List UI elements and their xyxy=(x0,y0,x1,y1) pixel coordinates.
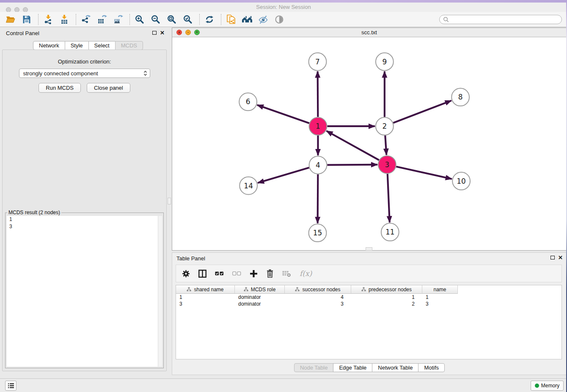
table-cell-shared-name[interactable]: 1 xyxy=(176,294,235,301)
graph-node-14[interactable]: 14 xyxy=(239,177,257,195)
tab-network-table[interactable]: Network Table xyxy=(372,363,418,372)
toggle-columns-icon[interactable] xyxy=(198,270,206,278)
zoom-selected-icon[interactable] xyxy=(182,14,193,25)
criterion-select[interactable]: strongly connected component xyxy=(19,69,150,78)
tab-network[interactable]: Network xyxy=(33,41,65,50)
tab-edge-table[interactable]: Edge Table xyxy=(333,363,372,372)
column-header-successor-nodes[interactable]: successor nodes xyxy=(285,285,351,294)
zoom-in-icon[interactable] xyxy=(134,14,145,25)
table-cell-successor-nodes[interactable]: 4 xyxy=(285,294,351,301)
table-cell-predecessor-nodes[interactable]: 2 xyxy=(351,301,422,307)
first-neighbors-icon[interactable] xyxy=(242,14,253,25)
zoom-fit-icon[interactable] xyxy=(166,14,177,25)
graph-edge-3-10[interactable] xyxy=(396,167,452,179)
graph-node-8[interactable]: 8 xyxy=(451,88,469,106)
toolbar-search[interactable] xyxy=(439,15,562,24)
control-panel-tabs: Network Style Select MCDS xyxy=(33,41,143,50)
network-file-title: scc.txt xyxy=(172,28,566,37)
graph-edge-2-3[interactable] xyxy=(385,135,386,155)
vertical-splitter-handle[interactable] xyxy=(168,198,171,204)
graph-node-10[interactable]: 10 xyxy=(452,172,470,190)
column-header-predecessor-nodes[interactable]: predecessor nodes xyxy=(351,285,422,294)
close-table-panel-icon[interactable]: ✕ xyxy=(558,256,563,260)
graph-node-11[interactable]: 11 xyxy=(381,223,399,241)
tab-motifs[interactable]: Motifs xyxy=(418,363,445,372)
graph-node-6[interactable]: 6 xyxy=(239,93,257,110)
show-all-icon[interactable] xyxy=(274,14,285,25)
table-cell-mcds-role[interactable]: dominator xyxy=(235,294,285,301)
float-panel-icon[interactable] xyxy=(152,31,157,35)
node-label-3: 3 xyxy=(385,160,389,169)
import-network-icon[interactable] xyxy=(43,14,54,25)
delete-table-icon[interactable] xyxy=(282,270,291,277)
status-bar: Memory xyxy=(0,378,567,392)
deselect-columns-icon[interactable] xyxy=(232,271,241,276)
result-scrollbar[interactable] xyxy=(158,216,162,367)
graph-edge-3-11[interactable] xyxy=(388,174,390,223)
select-all-columns-icon[interactable] xyxy=(215,271,224,276)
zoom-out-icon[interactable] xyxy=(150,14,161,25)
refresh-view-icon[interactable] xyxy=(204,14,215,25)
search-input[interactable] xyxy=(451,17,558,22)
hide-selected-icon[interactable] xyxy=(258,14,269,25)
horizontal-splitter-handle[interactable] xyxy=(366,247,372,251)
graph-node-15[interactable]: 15 xyxy=(309,224,327,242)
add-column-icon[interactable] xyxy=(250,270,258,278)
control-panel: Control Panel ✕ Network Style Select MCD… xyxy=(0,27,169,378)
apply-function-icon[interactable]: f(x) xyxy=(300,269,312,278)
duplicate-network-icon[interactable] xyxy=(226,14,237,25)
float-table-panel-icon[interactable] xyxy=(550,256,555,259)
delete-columns-icon[interactable] xyxy=(266,269,274,278)
table-panel: Table Panel ✕ xyxy=(172,252,567,375)
column-header-shared-name[interactable]: shared name xyxy=(176,285,235,294)
graph-node-1[interactable]: 1 xyxy=(309,117,327,135)
table-row[interactable]: 3dominator323 xyxy=(176,301,561,307)
table-cell-name[interactable]: 1 xyxy=(422,294,458,301)
network-canvas[interactable]: 1234678910111415 xyxy=(172,38,566,250)
tab-mcds[interactable]: MCDS xyxy=(115,41,143,50)
toolbar-separator xyxy=(76,14,76,25)
tab-node-table[interactable]: Node Table xyxy=(294,363,334,372)
graph-edge-1-6[interactable] xyxy=(257,105,309,123)
graph-edge-3-1[interactable] xyxy=(327,131,379,160)
memory-button[interactable]: Memory xyxy=(531,381,564,391)
open-session-icon[interactable] xyxy=(5,14,16,25)
session-title: Session: New Session xyxy=(0,3,567,12)
export-network-icon[interactable] xyxy=(80,14,91,25)
node-label-8: 8 xyxy=(458,93,463,101)
graph-node-7[interactable]: 7 xyxy=(309,53,327,71)
run-mcds-button[interactable]: Run MCDS xyxy=(39,83,81,93)
table-row[interactable]: 1dominator411 xyxy=(176,294,561,301)
graph-edge-1-7[interactable] xyxy=(318,72,318,117)
import-table-icon[interactable] xyxy=(59,14,70,25)
tab-style[interactable]: Style xyxy=(65,41,89,50)
export-table-icon[interactable] xyxy=(96,14,107,25)
graph-node-2[interactable]: 2 xyxy=(376,117,394,135)
table-cell-mcds-role[interactable]: dominator xyxy=(235,301,285,307)
table-settings-icon[interactable] xyxy=(182,270,190,278)
graph-edge-2-8[interactable] xyxy=(393,101,451,123)
network-window-titlebar[interactable]: x - + scc.txt xyxy=(172,28,566,37)
mcds-result-title: MCDS result (2 nodes) xyxy=(7,210,61,215)
graph-node-9[interactable]: 9 xyxy=(376,53,394,71)
graph-edge-4-15[interactable] xyxy=(318,174,318,224)
graph-edge-4-14[interactable] xyxy=(258,168,309,183)
save-session-icon[interactable] xyxy=(21,14,32,25)
close-panel-button[interactable]: Close panel xyxy=(87,83,130,93)
graph-node-3[interactable]: 3 xyxy=(378,156,396,174)
optimization-criterion-label: Optimization criterion: xyxy=(3,58,166,65)
close-panel-icon[interactable]: ✕ xyxy=(160,31,165,35)
export-image-icon[interactable] xyxy=(113,14,124,25)
mcds-result-text[interactable]: 1 3 xyxy=(7,216,162,367)
table-cell-shared-name[interactable]: 3 xyxy=(176,301,235,307)
table-cell-predecessor-nodes[interactable]: 1 xyxy=(351,294,422,301)
column-header-mcds-role[interactable]: MCDS role xyxy=(235,285,285,294)
graph-node-4[interactable]: 4 xyxy=(309,156,327,174)
table-cell-successor-nodes[interactable]: 3 xyxy=(285,301,351,307)
graph-edge-4-3[interactable] xyxy=(327,165,377,165)
shared-column-icon xyxy=(187,287,191,292)
column-header-name[interactable]: name xyxy=(422,285,458,294)
task-history-button[interactable] xyxy=(5,381,17,391)
table-cell-name[interactable]: 3 xyxy=(422,301,458,307)
tab-select[interactable]: Select xyxy=(88,41,116,50)
